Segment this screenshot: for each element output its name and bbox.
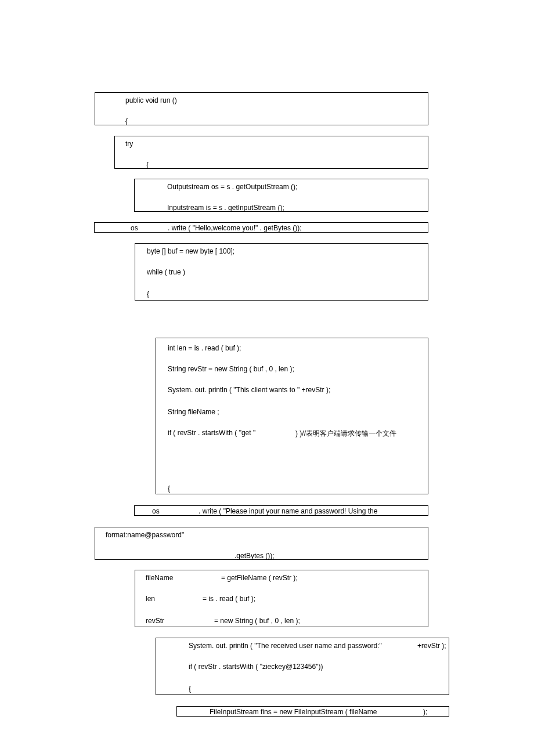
code-text: . write ( "Please input your name and pa… (199, 507, 377, 515)
code-text: revStr (146, 617, 164, 625)
code-box: byte [] buf = new byte [ 100]; while ( t… (135, 243, 428, 301)
code-text: . write ( "Hello,welcome you!" . getByte… (168, 224, 302, 232)
code-text: { (189, 685, 191, 693)
code-text: fileName (146, 574, 173, 582)
code-text: format:name@password" (106, 531, 184, 539)
code-text: if ( revStr . startsWith ( "get " (168, 429, 255, 437)
code-box: try { (114, 136, 428, 169)
code-text: ) )//表明客户端请求传输一个文件 (295, 429, 396, 439)
code-box: fileName = getFileName ( revStr ); len =… (135, 570, 428, 627)
code-text: byte [] buf = new byte [ 100]; (147, 247, 234, 255)
code-text: ); (423, 708, 427, 716)
code-box: System. out. println ( "The received use… (156, 638, 449, 695)
code-text: public void run () (125, 96, 177, 104)
code-text: String revStr = new String ( buf , 0 , l… (168, 365, 294, 373)
code-text: { (147, 290, 149, 298)
code-text: os (152, 507, 160, 515)
code-text: +revStr ); (417, 642, 446, 650)
code-text: String fileName ; (168, 408, 219, 416)
code-text: FileInputStream fins = new FileInputStre… (210, 708, 377, 716)
code-text: if ( revStr . startsWith ( "zieckey@1234… (189, 663, 323, 671)
code-box: Outputstream os = s . getOutputStream ()… (134, 179, 428, 212)
code-text: = is . read ( buf ); (203, 595, 255, 603)
code-text: { (125, 117, 128, 125)
code-text: { (168, 484, 170, 493)
code-text: { (146, 161, 149, 169)
code-box: os . write ( "Please input your name and… (134, 505, 428, 516)
code-document-page: public void run () { try { Outputstream … (0, 0, 534, 756)
code-text: Inputstream is = s . getInputStream (); (167, 204, 284, 212)
code-text: int len = is . read ( buf ); (168, 344, 241, 352)
code-text: = getFileName ( revStr ); (221, 574, 298, 582)
code-text: System. out. println ( "This client want… (168, 386, 330, 394)
code-text: try (125, 140, 133, 148)
code-box: FileInputStream fins = new FileInputStre… (176, 706, 449, 717)
code-text: os (131, 224, 138, 232)
code-text: len (146, 595, 155, 603)
code-text: while ( true ) (147, 268, 185, 276)
code-box: os . write ( "Hello,welcome you!" . getB… (94, 222, 428, 233)
code-box: public void run () { (95, 92, 428, 125)
code-text: .getBytes ()); (234, 552, 275, 560)
code-text: Outputstream os = s . getOutputStream ()… (167, 183, 297, 191)
code-text: System. out. println ( "The received use… (189, 642, 382, 650)
code-box: int len = is . read ( buf ); String revS… (156, 338, 428, 494)
code-text: = new String ( buf , 0 , len ); (214, 617, 300, 625)
code-box: format:name@password" .getBytes ()); (95, 527, 428, 560)
